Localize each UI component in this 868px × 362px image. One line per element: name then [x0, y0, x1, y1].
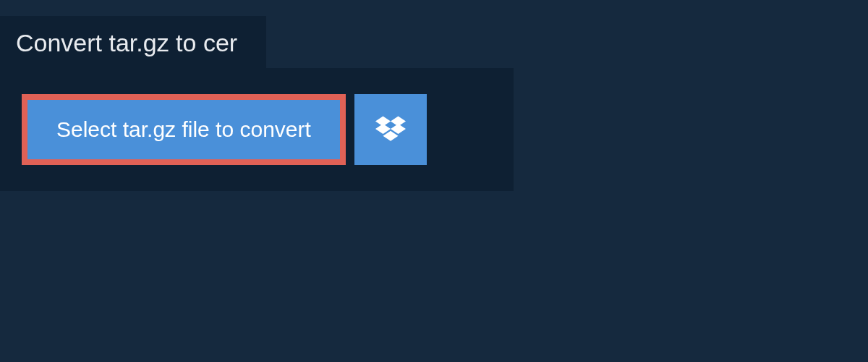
converter-page: Convert tar.gz to cer Select tar.gz file… [0, 0, 868, 362]
select-file-button-label: Select tar.gz file to convert [56, 117, 311, 142]
button-row: Select tar.gz file to convert [22, 94, 492, 165]
select-file-button[interactable]: Select tar.gz file to convert [22, 94, 346, 165]
tab-title: Convert tar.gz to cer [16, 29, 237, 56]
dropbox-icon [375, 114, 406, 146]
upload-panel: Select tar.gz file to convert [0, 68, 514, 191]
tab-header: Convert tar.gz to cer [0, 16, 266, 70]
dropbox-button[interactable] [354, 94, 427, 165]
